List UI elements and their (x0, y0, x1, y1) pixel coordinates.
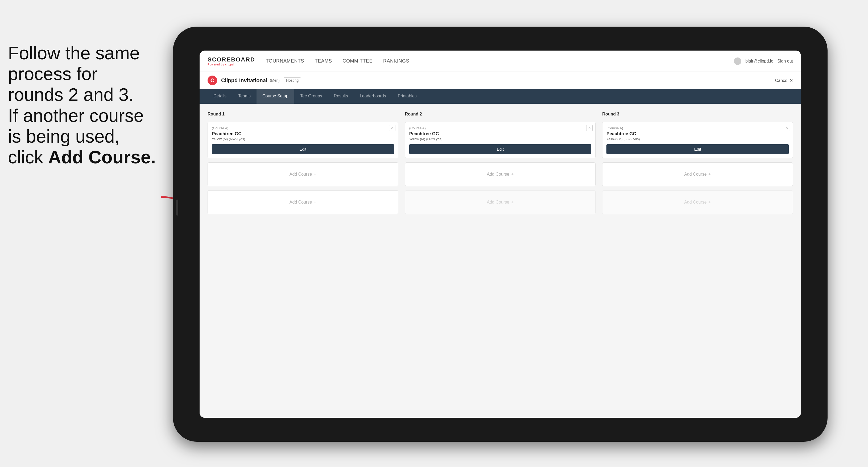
tablet-frame: SCOREBOARD Powered by clippd TOURNAMENTS… (173, 27, 828, 442)
round-1-column: Round 1 ○ (Course A) Peachtree GC Yellow… (208, 112, 398, 214)
nav-link-committee[interactable]: COMMITTEE (343, 58, 373, 64)
round-3-course-label: (Course A) (607, 126, 789, 130)
add-course-plus-icon-3b: + (708, 199, 711, 205)
round-2-title: Round 2 (405, 112, 596, 117)
round-3-course-name: Peachtree GC (607, 131, 789, 136)
cancel-button[interactable]: Cancel ✕ (775, 78, 793, 83)
round-3-column: Round 3 ○ (Course A) Peachtree GC Yellow… (602, 112, 793, 214)
round-2-course-card: ○ (Course A) Peachtree GC Yellow (M) (66… (405, 122, 596, 158)
add-course-plus-icon-2b: + (511, 199, 514, 205)
round-1-title: Round 1 (208, 112, 398, 117)
logo-sub: Powered by clippd (208, 63, 255, 66)
round-1-add-course-button[interactable]: Add Course + (208, 162, 398, 186)
tab-tee-groups[interactable]: Tee Groups (294, 89, 328, 104)
round-1-course-card: ○ (Course A) Peachtree GC Yellow (M) (66… (208, 122, 398, 158)
logo-scoreboard: SCOREBOARD (208, 56, 255, 63)
tournament-logo: C (208, 75, 217, 85)
tournament-hosting: Hosting (284, 77, 301, 83)
tab-printables[interactable]: Printables (392, 89, 423, 104)
round-3-add-course-button-2[interactable]: Add Course + (602, 190, 793, 214)
logo-area: SCOREBOARD Powered by clippd (208, 56, 255, 66)
round-2-delete-button[interactable]: ○ (586, 125, 593, 131)
tab-results[interactable]: Results (328, 89, 354, 104)
tab-course-setup[interactable]: Course Setup (256, 89, 294, 104)
round-3-add-course-button[interactable]: Add Course + (602, 162, 793, 186)
tournament-header: C Clippd Invitational (Men) Hosting Canc… (199, 72, 801, 89)
tournament-name: Clippd Invitational (221, 77, 267, 84)
tab-leaderboards[interactable]: Leaderboards (354, 89, 392, 104)
round-1-add-course-button-2[interactable]: Add Course + (208, 190, 398, 214)
add-course-plus-icon-2: + (511, 172, 514, 177)
tabs-bar: Details Teams Course Setup Tee Groups Re… (199, 89, 801, 104)
round-3-course-details: Yellow (M) (6629 yds) (607, 137, 789, 141)
add-course-plus-icon-1b: + (313, 199, 316, 205)
tab-teams[interactable]: Teams (232, 89, 256, 104)
rounds-grid: Round 1 ○ (Course A) Peachtree GC Yellow… (208, 112, 793, 214)
add-course-plus-icon-1: + (313, 172, 316, 177)
nav-link-rankings[interactable]: RANKINGS (383, 58, 409, 64)
top-nav: SCOREBOARD Powered by clippd TOURNAMENTS… (199, 51, 801, 72)
tab-details[interactable]: Details (208, 89, 232, 104)
instruction-text: Follow the same process for rounds 2 and… (8, 43, 156, 167)
user-email: blair@clippd.io (745, 59, 773, 64)
round-2-add-course-button[interactable]: Add Course + (405, 162, 596, 186)
nav-link-teams[interactable]: TEAMS (315, 58, 332, 64)
round-2-course-name: Peachtree GC (409, 131, 592, 136)
round-3-title: Round 3 (602, 112, 793, 117)
round-1-edit-button[interactable]: Edit (212, 144, 394, 154)
tablet-screen: SCOREBOARD Powered by clippd TOURNAMENTS… (199, 51, 801, 418)
nav-link-tournaments[interactable]: TOURNAMENTS (266, 58, 304, 64)
round-1-course-label: (Course A) (212, 126, 394, 130)
round-1-delete-button[interactable]: ○ (389, 125, 395, 131)
main-content: Round 1 ○ (Course A) Peachtree GC Yellow… (199, 104, 801, 418)
nav-links: TOURNAMENTS TEAMS COMMITTEE RANKINGS (266, 58, 734, 64)
tournament-badge: (Men) (270, 78, 280, 83)
nav-right: blair@clippd.io Sign out (734, 58, 793, 65)
round-3-delete-button[interactable]: ○ (784, 125, 790, 131)
tablet-side-button (176, 199, 178, 216)
round-2-column: Round 2 ○ (Course A) Peachtree GC Yellow… (405, 112, 596, 214)
round-2-edit-button[interactable]: Edit (409, 144, 592, 154)
user-avatar (734, 58, 741, 65)
round-3-course-card: ○ (Course A) Peachtree GC Yellow (M) (66… (602, 122, 793, 158)
round-3-edit-button[interactable]: Edit (607, 144, 789, 154)
round-2-course-label: (Course A) (409, 126, 592, 130)
add-course-plus-icon-3: + (708, 172, 711, 177)
round-2-course-details: Yellow (M) (6629 yds) (409, 137, 592, 141)
round-1-course-details: Yellow (M) (6629 yds) (212, 137, 394, 141)
round-2-add-course-button-2[interactable]: Add Course + (405, 190, 596, 214)
round-1-course-name: Peachtree GC (212, 131, 394, 136)
instruction-block: Follow the same process for rounds 2 and… (0, 42, 165, 167)
sign-out-link[interactable]: Sign out (777, 59, 793, 64)
